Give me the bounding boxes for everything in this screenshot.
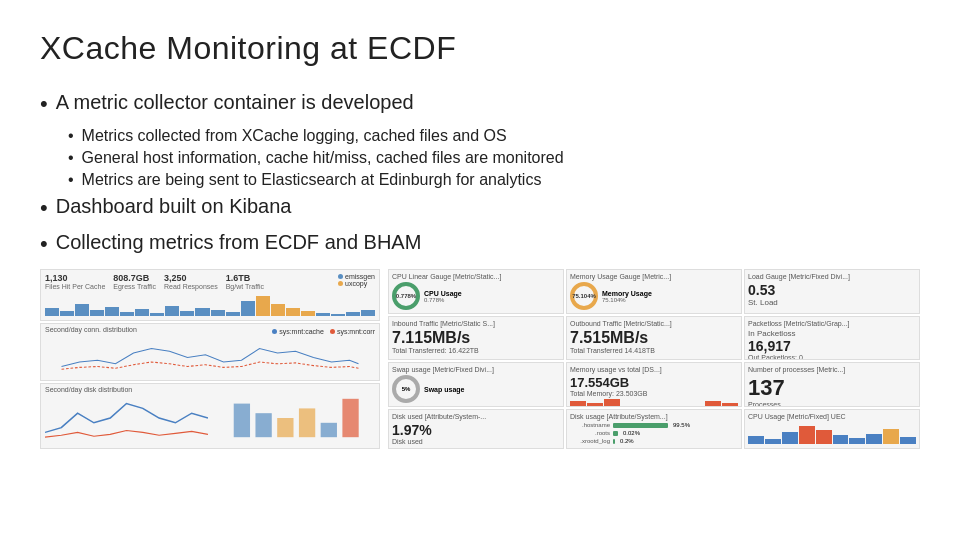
right-dashboard-panel: CPU Linear Gauge [Metric/Static...] 0.77… (388, 269, 920, 449)
stat-bg-traffic: 1.6TB (226, 273, 264, 283)
top-chart-bars (41, 288, 379, 318)
legend-uxcopy: uxcopy (338, 280, 375, 287)
sub-bullet-list-1: Metrics collected from XCache logging, c… (68, 127, 920, 189)
top-chart-panel: 1,130 Files Hit Per Cache 808.7GB Egress… (40, 269, 380, 321)
h-bar-roots: .roots 0.02% (570, 430, 738, 436)
svg-rect-3 (299, 408, 315, 437)
packetloss-value: 16,917 (748, 338, 916, 354)
stat-responses: 3,250 (164, 273, 218, 283)
cpu-label: CPU Usage (424, 290, 462, 297)
disk-label: Disk used (392, 438, 560, 445)
bottom-right-chart (212, 394, 375, 442)
left-dashboard-panel: 1,130 Files Hit Per Cache 808.7GB Egress… (40, 269, 380, 449)
slide: XCache Monitoring at ECDF A metric colle… (0, 0, 960, 540)
svg-rect-2 (277, 418, 293, 437)
bullet-text-1: A metric collector container is develope… (56, 91, 920, 114)
bottom-chart-panel: Second/day disk distribution (40, 383, 380, 449)
bullet-item-1: A metric collector container is develope… (40, 91, 920, 117)
inbound-traffic-cell: Inbound Traffic [Metric/Static S...] 7.1… (388, 316, 564, 361)
bullet-item-3: Collecting metrics from ECDF and BHAM (40, 231, 920, 257)
outbound-value: 7.515MB/s (570, 329, 738, 347)
memory-usage-cell: Memory Usage Gauge [Metric...] 75.104% M… (566, 269, 742, 314)
disk-used-value: 1.97% (392, 422, 560, 438)
packetloss-cell: Packetloss [Metric/Static/Grap...] In Pa… (744, 316, 920, 361)
memory-label: Memory Usage (602, 290, 652, 297)
legend-sysmntcorr: sys:mnt:corr (330, 328, 375, 335)
hostname-cell: Disk usage [Attribute/System...] .hostna… (566, 409, 742, 449)
dashboard-images: 1,130 Files Hit Per Cache 808.7GB Egress… (40, 269, 920, 449)
processes-value: 137 (748, 375, 916, 401)
h-bar-xrootd: .xrootd_log 0.2% (570, 438, 738, 444)
stat-files-cache: 1,130 (45, 273, 105, 283)
memory-total-value: 17.554GB (570, 375, 738, 390)
sub-bullet-1-1: Metrics collected from XCache logging, c… (68, 127, 920, 145)
processes-cell: Number of processes [Metric...] 137 Proc… (744, 362, 920, 407)
load-label: St. Load (748, 298, 916, 307)
bullet-list: A metric collector container is develope… (40, 91, 920, 257)
inbound-value: 7.115MB/s (392, 329, 560, 347)
cpu-usage-cell: CPU Linear Gauge [Metric/Static...] 0.77… (388, 269, 564, 314)
load-value: 0.53 (748, 282, 916, 298)
swap-gauge: 5% (392, 375, 420, 403)
bottom-left-chart (45, 394, 208, 442)
svg-rect-0 (234, 404, 250, 438)
svg-rect-4 (321, 423, 337, 437)
swap-usage-cell: Swap usage [Metric/Fixed Divi...] 5% Swa… (388, 362, 564, 407)
sub-bullet-1-2: General host information, cache hit/miss… (68, 149, 920, 167)
middle-chart-svg (45, 335, 375, 371)
slide-title: XCache Monitoring at ECDF (40, 30, 920, 67)
disk-used-cell: Disk used [Attribute/System-... 1.97% Di… (388, 409, 564, 449)
sub-bullet-1-3: Metrics are being sent to Elasticsearch … (68, 171, 920, 189)
bullet-text-3: Collecting metrics from ECDF and BHAM (56, 231, 920, 254)
outbound-traffic-cell: Outbound Traffic [Metric/Static...] 7.51… (566, 316, 742, 361)
load-cell: Load Gauge [Metric/Fixed Divi...] 0.53 S… (744, 269, 920, 314)
bullet-item-2: Dashboard built on Kibana (40, 195, 920, 221)
cpu-gauge: 0.778% (392, 282, 420, 310)
memory-total-cell: Memory usage vs total [DS...] 17.554GB T… (566, 362, 742, 407)
cpu-chart (748, 422, 916, 444)
memory-gauge: 75.104% (570, 282, 598, 310)
memory-chart (570, 399, 738, 407)
h-bar-hostname: .hostname 99.5% (570, 422, 738, 428)
cpu-chart-cell: CPU Usage [Metric/Fixed] UEC (744, 409, 920, 449)
svg-rect-5 (342, 399, 358, 437)
legend-emissgen: emissgen (338, 273, 375, 280)
middle-chart-panel: Second/day conn. distribution sys:mnt:ca… (40, 323, 380, 381)
stat-egress: 808.7GB (113, 273, 156, 283)
bullet-text-2: Dashboard built on Kibana (56, 195, 920, 218)
hostname-bars: .hostname 99.5% .roots 0.02% .xrootd_log… (570, 422, 738, 444)
legend-sysmntcache: sys:mnt:cache (272, 328, 324, 335)
svg-rect-1 (255, 413, 271, 437)
